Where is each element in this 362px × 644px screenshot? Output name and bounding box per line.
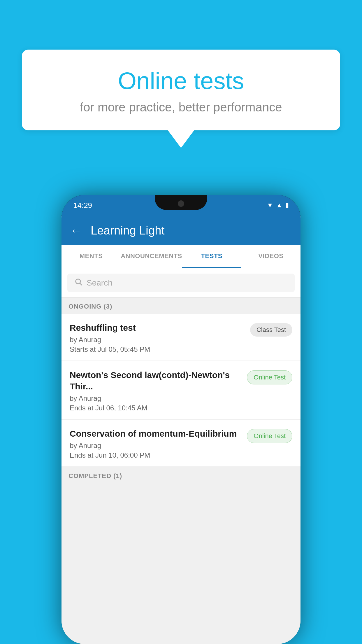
- test-title-2: Newton's Second law(contd)-Newton's Thir…: [70, 369, 242, 392]
- search-placeholder: Search: [87, 278, 113, 288]
- search-input-wrapper[interactable]: Search: [67, 274, 295, 292]
- battery-icon: ▮: [285, 202, 289, 209]
- test-title-1: Reshuffling test: [70, 322, 245, 333]
- test-time-1: Starts at Jul 05, 05:45 PM: [70, 345, 245, 354]
- speech-bubble: Online tests for more practice, better p…: [22, 50, 340, 130]
- tabs-container: MENTS ANNOUNCEMENTS TESTS VIDEOS: [61, 245, 301, 268]
- app-bar: ← Learning Light: [61, 216, 301, 245]
- test-time-2: Ends at Jul 06, 10:45 AM: [70, 404, 242, 412]
- bubble-title: Online tests: [45, 67, 317, 94]
- test-time-3: Ends at Jun 10, 06:00 PM: [70, 451, 242, 459]
- test-card-newtons[interactable]: Newton's Second law(contd)-Newton's Thir…: [61, 361, 301, 419]
- wifi-icon: ▼: [267, 202, 273, 209]
- tab-tests[interactable]: TESTS: [182, 245, 241, 268]
- test-title-3: Conservation of momentum-Equilibrium: [70, 428, 242, 439]
- test-card-info-2: Newton's Second law(contd)-Newton's Thir…: [70, 369, 242, 412]
- phone-screen: ← Learning Light MENTS ANNOUNCEMENTS TES…: [61, 216, 301, 644]
- test-badge-class-1: Class Test: [250, 323, 292, 337]
- status-bar: 14:29 ▼ ▲ ▮: [61, 195, 301, 216]
- test-badge-online-3: Online Test: [247, 429, 292, 443]
- tab-ments[interactable]: MENTS: [61, 245, 121, 268]
- content-area: ONGOING (3) Reshuffling test by Anurag S…: [61, 298, 301, 644]
- speech-bubble-tail: [168, 130, 194, 148]
- bubble-subtitle: for more practice, better performance: [45, 100, 317, 114]
- speech-bubble-container: Online tests for more practice, better p…: [22, 50, 340, 148]
- test-by-3: by Anurag: [70, 442, 242, 450]
- phone-frame: 14:29 ▼ ▲ ▮ ← Learning Light MENTS ANNOU…: [61, 195, 301, 644]
- tab-videos[interactable]: VIDEOS: [241, 245, 301, 268]
- front-camera: [178, 200, 184, 207]
- test-card-conservation[interactable]: Conservation of momentum-Equilibrium by …: [61, 420, 301, 466]
- signal-icon: ▲: [276, 202, 282, 209]
- notch: [155, 195, 207, 210]
- test-by-1: by Anurag: [70, 336, 245, 344]
- test-card-info-1: Reshuffling test by Anurag Starts at Jul…: [70, 322, 245, 354]
- completed-section-header: COMPLETED (1): [61, 467, 301, 483]
- app-title: Learning Light: [91, 224, 165, 237]
- tab-announcements[interactable]: ANNOUNCEMENTS: [121, 245, 182, 268]
- search-container: Search: [61, 268, 301, 298]
- search-icon: [74, 278, 82, 288]
- test-by-2: by Anurag: [70, 394, 242, 402]
- ongoing-section-header: ONGOING (3): [61, 298, 301, 314]
- status-time: 14:29: [73, 201, 92, 210]
- test-card-info-3: Conservation of momentum-Equilibrium by …: [70, 428, 242, 459]
- svg-line-1: [80, 283, 82, 285]
- svg-point-0: [76, 279, 80, 284]
- test-card-reshuffling[interactable]: Reshuffling test by Anurag Starts at Jul…: [61, 314, 301, 360]
- status-icons: ▼ ▲ ▮: [267, 202, 289, 209]
- back-button[interactable]: ←: [70, 224, 82, 237]
- test-badge-online-2: Online Test: [247, 370, 292, 384]
